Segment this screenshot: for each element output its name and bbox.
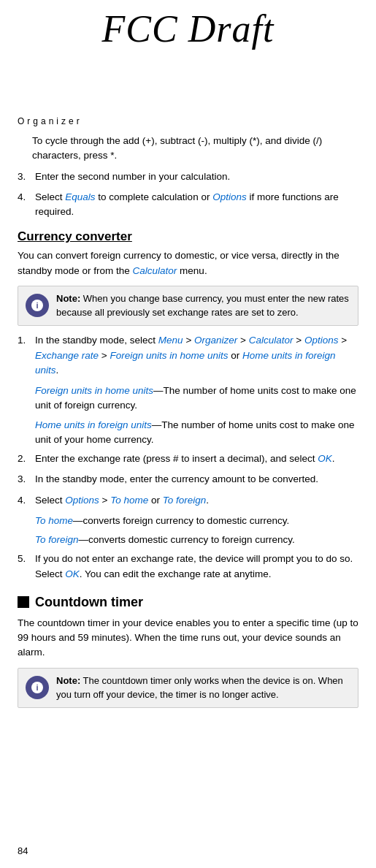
note-icon-2: i xyxy=(26,676,49,699)
sub-item-4: To foreign—converts domestic currency to… xyxy=(35,533,358,547)
note-icon-inner-2: i xyxy=(31,682,43,693)
options-link-2: Options xyxy=(304,335,339,346)
calculator-link: Calculator xyxy=(133,265,177,276)
step-1-text: In the standby mode, select Menu > Organ… xyxy=(35,333,358,378)
note-icon-1: i xyxy=(26,294,49,317)
step-5-number: 5. xyxy=(18,552,35,582)
step-1-number: 1. xyxy=(18,333,35,378)
currency-converter-heading: Currency converter xyxy=(18,229,358,244)
sub-item-4-text: —converts domestic currency to foreign c… xyxy=(79,534,295,545)
intro-paragraph: To cycle through the add (+), subtract (… xyxy=(32,134,358,164)
note-text-1: Note: When you change base currency, you… xyxy=(56,292,350,320)
fcc-draft-title: FCC Draft xyxy=(0,0,376,58)
list-item-4: 4. Select Equals to complete calculation… xyxy=(18,190,358,220)
note-bold-2: Note: xyxy=(56,675,80,686)
bullet-square-icon xyxy=(18,596,29,608)
item-4-number: 4. xyxy=(18,190,35,220)
step-2-text: Enter the exchange rate (press # to inse… xyxy=(35,452,358,466)
note-box-2: i Note: The countdown timer only works w… xyxy=(18,668,358,709)
menu-link: Menu xyxy=(158,335,183,346)
page-number: 84 xyxy=(18,845,28,856)
equals-link: Equals xyxy=(65,191,95,202)
note-bold-1: Note: xyxy=(56,293,80,304)
options-link-3: Options xyxy=(65,495,99,506)
step-5-text: If you do not enter an exchange rate, th… xyxy=(35,552,358,582)
options-link-1: Options xyxy=(212,191,247,202)
step-2-number: 2. xyxy=(18,452,35,466)
currency-step-2: 2. Enter the exchange rate (press # to i… xyxy=(18,452,358,466)
foreign-home-label: Foreign units in home units xyxy=(35,385,153,396)
currency-step-4: 4. Select Options > To home or To foreig… xyxy=(18,493,358,508)
countdown-timer-section: Countdown timer The countdown timer in y… xyxy=(18,595,358,708)
foreign-home-link: Foreign units in home units xyxy=(110,350,228,361)
exchange-rate-link: Exchange rate xyxy=(35,350,99,361)
ok-link-1: OK xyxy=(318,453,332,464)
to-foreign-label: To foreign xyxy=(35,534,79,545)
note-content-1: When you change base currency, you must … xyxy=(56,293,349,318)
sub-item-1: Foreign units in home units—The number o… xyxy=(35,384,358,414)
ok-link-2: OK xyxy=(65,568,80,579)
note-text-2: Note: The countdown timer only works whe… xyxy=(56,674,350,702)
item-4-text: Select Equals to complete calculation or… xyxy=(35,190,358,220)
to-foreign-link: To foreign xyxy=(163,495,207,506)
currency-step-1: 1. In the standby mode, select Menu > Or… xyxy=(18,333,358,378)
currency-converter-intro: You can convert foreign currency to dome… xyxy=(18,248,358,278)
organizer-link: Organizer xyxy=(194,335,237,346)
calculator-link-2: Calculator xyxy=(249,335,293,346)
step-4-number: 4. xyxy=(18,493,35,508)
home-foreign-label: Home units in foreign units xyxy=(35,419,152,430)
countdown-timer-intro: The countdown timer in your device enabl… xyxy=(18,616,358,660)
list-item-3: 3. Enter the second number in your calcu… xyxy=(18,170,358,184)
intro-text: To cycle through the add (+), subtract (… xyxy=(32,135,322,161)
countdown-timer-heading: Countdown timer xyxy=(35,595,143,610)
organizer-label: Organizer xyxy=(18,116,358,126)
item-3-text: Enter the second number in your calculat… xyxy=(35,170,358,184)
sub-item-3-text: —converts foreign currency to domestic c… xyxy=(73,515,289,526)
sub-item-2: Home units in foreign units—The number o… xyxy=(35,418,358,448)
sub-item-3: To home—converts foreign currency to dom… xyxy=(35,514,358,528)
step-3-text: In the standby mode, enter the currency … xyxy=(35,472,358,487)
note-icon-inner-1: i xyxy=(31,300,43,311)
to-home-label: To home xyxy=(35,515,73,526)
note-content-2: The countdown timer only works when the … xyxy=(56,675,343,700)
item-3-number: 3. xyxy=(18,170,35,184)
countdown-timer-heading-container: Countdown timer xyxy=(18,595,358,610)
currency-converter-section: Currency converter You can convert forei… xyxy=(18,229,358,582)
note-box-1: i Note: When you change base currency, y… xyxy=(18,286,358,327)
currency-step-5: 5. If you do not enter an exchange rate,… xyxy=(18,552,358,582)
to-home-link: To home xyxy=(110,495,148,506)
step-3-number: 3. xyxy=(18,472,35,487)
page-header: FCC Draft xyxy=(0,0,376,58)
step-4-text: Select Options > To home or To foreign. xyxy=(35,493,358,508)
currency-step-3: 3. In the standby mode, enter the curren… xyxy=(18,472,358,487)
